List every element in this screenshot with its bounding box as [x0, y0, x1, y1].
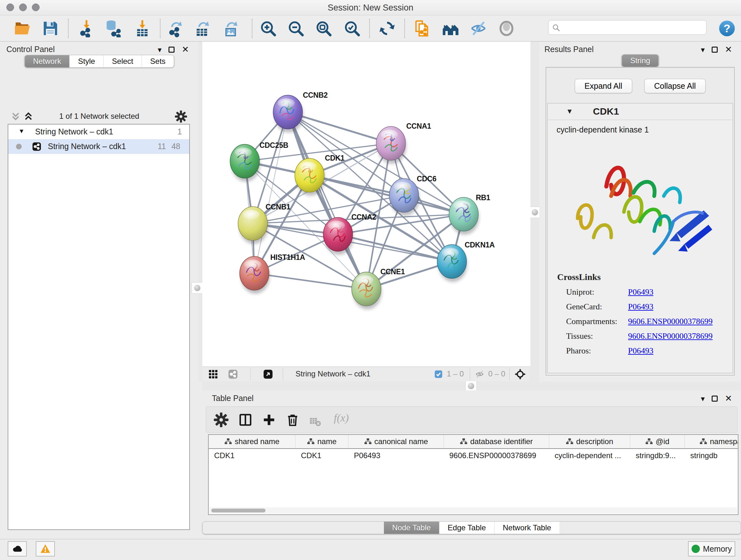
node-RB1[interactable] [449, 197, 479, 235]
table-cell[interactable]: stringdb:9... [630, 449, 685, 463]
import-network-file-icon[interactable] [77, 19, 95, 37]
memory-button[interactable]: Memory [688, 541, 735, 557]
results-panel-menu-icon[interactable]: ▾ [701, 46, 704, 54]
help-icon[interactable]: ? [718, 19, 736, 37]
edge-CCNB2-CCNE1[interactable] [288, 112, 366, 289]
detach-view-icon[interactable] [263, 369, 273, 379]
tab-string[interactable]: String [622, 55, 659, 67]
table-cell[interactable]: stringdb [685, 449, 738, 463]
control-panel-menu-icon[interactable]: ▾ [158, 46, 161, 54]
crosslink-link[interactable]: P06493 [628, 287, 653, 297]
tab-sets[interactable]: Sets [142, 55, 174, 67]
table-cell[interactable]: 9606.ENSP00000378699 [444, 449, 549, 463]
tab-edge-table[interactable]: Edge Table [439, 522, 494, 534]
node-CCNB1[interactable] [238, 206, 268, 244]
control-panel-close-icon[interactable]: ✕ [182, 45, 189, 54]
crosslink-link[interactable]: 9606.ENSP00000378699 [628, 331, 713, 341]
new-network-from-selection-icon[interactable] [413, 19, 430, 37]
splitter-handle-right[interactable] [529, 206, 541, 218]
node-CCNA2[interactable] [323, 217, 353, 255]
column-header-name[interactable]: name [295, 435, 348, 448]
table-cell[interactable]: CDK1 [295, 449, 348, 463]
protein-caret-icon[interactable]: ▼ [566, 107, 573, 116]
search-input[interactable] [562, 22, 703, 33]
table-h-scrollbar-thumb[interactable] [211, 509, 266, 512]
network-node-count: 11 [152, 142, 166, 151]
node-CDC25B[interactable] [230, 144, 260, 182]
table-panel-close-icon[interactable]: ✕ [725, 394, 732, 403]
hide-selection-icon[interactable] [469, 19, 487, 37]
column-header-databaseidentifier[interactable]: database identifier [444, 435, 549, 448]
network-thumbnail-icon[interactable] [228, 369, 238, 379]
tab-node-table[interactable]: Node Table [384, 522, 439, 534]
column-header-canonicalname[interactable]: canonical name [348, 435, 444, 448]
network-graph[interactable]: CCNB2CCNA1CDC25BCDK1CDC6RB1CCNB1CCNA2CDK… [202, 42, 530, 367]
edge-HIST1H1A-CCNE1[interactable] [254, 273, 366, 289]
zoom-in-icon[interactable] [259, 19, 277, 37]
column-header-description[interactable]: description [549, 435, 630, 448]
selected-checkbox-icon[interactable] [434, 370, 443, 379]
crosslink-link[interactable]: 9606.ENSP00000378699 [628, 317, 713, 326]
network-options-gear-icon[interactable] [175, 111, 187, 123]
show-columns-icon[interactable] [238, 413, 253, 427]
string-app-icon [32, 142, 42, 151]
delete-column-trash-icon[interactable] [285, 413, 300, 427]
collapse-all-button[interactable]: Collapse All [644, 79, 706, 93]
tab-network[interactable]: Network [24, 55, 69, 67]
edge-CCNB2-HIST1H1A[interactable] [254, 112, 288, 273]
tab-network-table[interactable]: Network Table [494, 522, 560, 534]
zoom-selected-icon[interactable] [343, 19, 361, 37]
export-network-icon[interactable] [166, 19, 185, 37]
edge-CCNB2-CCNA1[interactable] [288, 112, 391, 143]
table-options-gear-icon[interactable] [214, 413, 228, 427]
protein-header[interactable]: ▼ CDK1 [548, 104, 733, 120]
zoom-fit-icon[interactable] [315, 19, 333, 37]
control-panel-float-icon[interactable] [169, 47, 175, 53]
table-cell[interactable]: cyclin-dependent ... [549, 449, 630, 463]
save-session-icon[interactable] [42, 19, 59, 37]
zoom-out-icon[interactable] [287, 19, 305, 37]
node-CCNA1[interactable] [376, 126, 406, 164]
show-all-icon[interactable] [497, 19, 515, 37]
collection-caret-icon[interactable]: ▼ [18, 128, 24, 135]
tab-select[interactable]: Select [104, 55, 142, 67]
import-table-file-icon[interactable] [133, 19, 151, 37]
add-column-icon[interactable] [262, 413, 276, 427]
results-panel-close-icon[interactable]: ✕ [725, 45, 732, 54]
table-panel-float-icon[interactable] [712, 395, 718, 401]
grid-view-icon[interactable] [208, 369, 218, 379]
results-panel-float-icon[interactable] [712, 47, 718, 53]
node-CDKN1A[interactable] [437, 245, 467, 282]
crosslink-link[interactable]: P06493 [628, 346, 653, 356]
expand-all-button[interactable]: Expand All [575, 79, 632, 93]
warnings-button[interactable] [36, 541, 55, 557]
import-network-database-icon[interactable] [104, 19, 122, 37]
export-table-icon[interactable] [194, 19, 212, 37]
column-header-namespace[interactable]: namespace [685, 435, 738, 448]
splitter-handle-bottom[interactable] [465, 380, 477, 392]
table-cell[interactable]: CDK1 [209, 449, 295, 463]
table-panel-menu-icon[interactable]: ▾ [701, 395, 704, 402]
cloud-status-button[interactable] [8, 541, 27, 557]
refresh-icon[interactable] [378, 19, 396, 37]
crosslink-link[interactable]: P06493 [628, 302, 653, 312]
navigator-crosshair-icon[interactable] [515, 368, 526, 380]
export-image-icon[interactable] [222, 19, 240, 37]
node-CCNE1[interactable] [352, 272, 382, 309]
node-CCNB2[interactable] [273, 95, 303, 132]
table-row[interactable]: CDK1CDK1P064939606.ENSP00000378699cyclin… [209, 449, 738, 463]
table-cell[interactable]: P06493 [348, 449, 444, 463]
network-collection-row[interactable]: ▼ String Network – cdk1 1 [8, 125, 189, 139]
node-CDK1[interactable] [295, 159, 325, 196]
column-header-id[interactable]: @id [630, 435, 685, 448]
string-home-icon[interactable] [442, 19, 460, 37]
column-header-sharedname[interactable]: shared name [209, 435, 295, 448]
open-session-icon[interactable] [13, 19, 31, 37]
splitter-handle-left[interactable] [192, 282, 203, 294]
node-HIST1H1A[interactable] [240, 256, 270, 294]
network-row[interactable]: String Network – cdk1 11 48 [8, 139, 189, 154]
network-canvas[interactable]: CCNB2CCNA1CDC25BCDK1CDC6RB1CCNB1CCNA2CDK… [202, 42, 530, 367]
tab-style[interactable]: Style [69, 55, 103, 67]
node-CDC6[interactable] [389, 179, 419, 216]
splitter-left[interactable] [199, 42, 202, 381]
